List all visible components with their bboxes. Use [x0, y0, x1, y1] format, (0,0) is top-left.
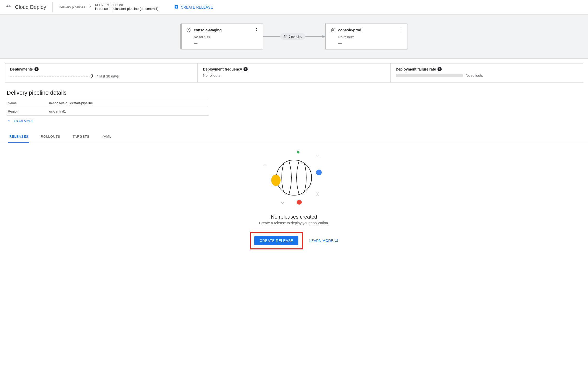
tab-targets[interactable]: TARGETS	[71, 132, 90, 143]
metric-label: Deployment frequency	[203, 67, 242, 71]
empty-subtitle: Create a release to deploy your applicat…	[259, 221, 329, 225]
learn-more-link[interactable]: LEARN MORE	[309, 238, 338, 243]
product-name: Cloud Deploy	[15, 4, 46, 10]
svg-point-22	[283, 202, 284, 203]
svg-point-16	[318, 192, 319, 193]
metric-frequency: Deployment frequency ? No rollouts	[198, 64, 390, 82]
detail-value: us-central1	[48, 107, 209, 116]
svg-point-20	[316, 195, 317, 196]
breadcrumb-value: in-console-quickstart-pipeline (us-centr…	[95, 7, 159, 11]
breadcrumb-label: DELIVERY PIPELINE	[95, 3, 159, 7]
frequency-value: No rollouts	[203, 73, 220, 78]
empty-state: No releases created Create a release to …	[0, 143, 588, 257]
svg-point-10	[266, 165, 267, 166]
svg-point-6	[316, 170, 322, 175]
show-more-button[interactable]: SHOW MORE	[7, 119, 581, 124]
stage-status: No rollouts	[338, 35, 403, 39]
details-section: Delivery pipeline details Name in-consol…	[0, 87, 588, 126]
detail-key: Name	[7, 99, 48, 107]
external-link-icon	[334, 238, 338, 243]
metric-deployments: Deployments ? 0 in last 30 days	[5, 64, 198, 82]
svg-point-17	[316, 192, 317, 193]
svg-point-19	[318, 195, 319, 196]
svg-point-12	[318, 157, 318, 157]
svg-point-3	[332, 30, 334, 31]
detail-value: in-console-quickstart-pipeline	[48, 99, 209, 107]
svg-point-1	[188, 30, 189, 31]
breadcrumb: Delivery pipelines DELIVERY PIPELINE in-…	[53, 3, 583, 11]
tab-releases[interactable]: RELEASES	[8, 132, 29, 143]
svg-point-23	[281, 202, 282, 203]
stage-title: console-staging	[194, 28, 252, 32]
create-release-header-label: CREATE RELEASE	[181, 5, 213, 9]
table-row: Name in-console-quickstart-pipeline	[7, 99, 209, 107]
empty-actions: CREATE RELEASE LEARN MORE	[250, 232, 338, 249]
empty-title: No releases created	[271, 214, 317, 220]
svg-point-2	[284, 35, 285, 36]
svg-point-11	[264, 165, 264, 166]
target-hex-icon	[186, 27, 191, 33]
help-icon[interactable]: ?	[34, 67, 39, 71]
help-icon[interactable]: ?	[438, 67, 442, 71]
product-logo-block: Cloud Deploy	[5, 2, 53, 12]
chevron-right-icon	[88, 4, 92, 10]
add-box-icon	[174, 4, 179, 10]
arrow-right-icon	[322, 35, 325, 38]
kebab-menu-icon[interactable]: ⋮	[399, 27, 403, 33]
header-bar: Cloud Deploy Delivery pipelines DELIVERY…	[0, 0, 588, 15]
failure-bar	[396, 74, 463, 77]
pending-label: 0 pending	[289, 35, 302, 38]
svg-point-14	[317, 156, 317, 156]
breadcrumb-parent-link[interactable]: Delivery pipelines	[59, 5, 85, 9]
stage-connector: 0 pending	[263, 33, 325, 40]
tab-yaml[interactable]: YAML	[101, 132, 112, 143]
details-table: Name in-console-quickstart-pipeline Regi…	[7, 99, 209, 116]
stage-status: No rollouts	[194, 35, 259, 39]
svg-point-9	[265, 164, 266, 165]
metric-failure-rate: Deployment failure rate ? No rollouts	[391, 64, 583, 82]
table-row: Region us-central1	[7, 107, 209, 116]
target-hex-icon	[331, 27, 336, 33]
tab-rollouts[interactable]: ROLLOUTS	[40, 132, 61, 143]
create-release-header-button[interactable]: CREATE RELEASE	[171, 3, 216, 11]
stage-card-staging[interactable]: console-staging ⋮ No rollouts —	[180, 23, 263, 50]
svg-point-7	[297, 151, 299, 153]
svg-point-18	[317, 194, 318, 195]
chevron-down-icon	[7, 119, 11, 124]
svg-point-13	[319, 156, 319, 156]
cloud-deploy-logo-icon	[5, 3, 12, 11]
metric-label: Deployment failure rate	[396, 67, 436, 71]
metric-label: Deployments	[10, 67, 33, 71]
detail-key: Region	[7, 107, 48, 116]
stage-card-prod[interactable]: console-prod ⋮ No rollouts —	[325, 23, 408, 50]
svg-point-15	[317, 193, 318, 194]
stage-dash: —	[338, 41, 403, 45]
details-title: Delivery pipeline details	[7, 89, 581, 96]
deployments-count: 0	[90, 73, 93, 79]
svg-point-8	[297, 200, 302, 205]
pending-pill[interactable]: 0 pending	[280, 33, 305, 40]
kebab-menu-icon[interactable]: ⋮	[254, 27, 259, 33]
stage-dash: —	[194, 41, 259, 45]
create-release-button[interactable]: CREATE RELEASE	[254, 236, 298, 245]
breadcrumb-current: DELIVERY PIPELINE in-console-quickstart-…	[95, 3, 159, 11]
learn-more-label: LEARN MORE	[309, 239, 333, 243]
help-icon[interactable]: ?	[243, 67, 248, 71]
tabs: RELEASES ROLLOUTS TARGETS YAML	[0, 132, 588, 143]
sparkline-placeholder	[10, 76, 88, 76]
highlight-box: CREATE RELEASE	[250, 232, 303, 249]
svg-point-5	[271, 174, 281, 186]
stage-row: console-staging ⋮ No rollouts — 0 pendin…	[180, 23, 408, 50]
approval-icon	[283, 34, 287, 39]
pipeline-stage-panel: console-staging ⋮ No rollouts — 0 pendin…	[0, 15, 588, 59]
metrics-bar: Deployments ? 0 in last 30 days Deployme…	[5, 63, 583, 83]
empty-illustration	[245, 149, 343, 206]
svg-point-21	[282, 203, 283, 204]
failure-value: No rollouts	[466, 73, 483, 78]
stage-title: console-prod	[338, 28, 396, 32]
show-more-label: SHOW MORE	[12, 119, 34, 123]
deployments-period: in last 30 days	[96, 74, 119, 78]
